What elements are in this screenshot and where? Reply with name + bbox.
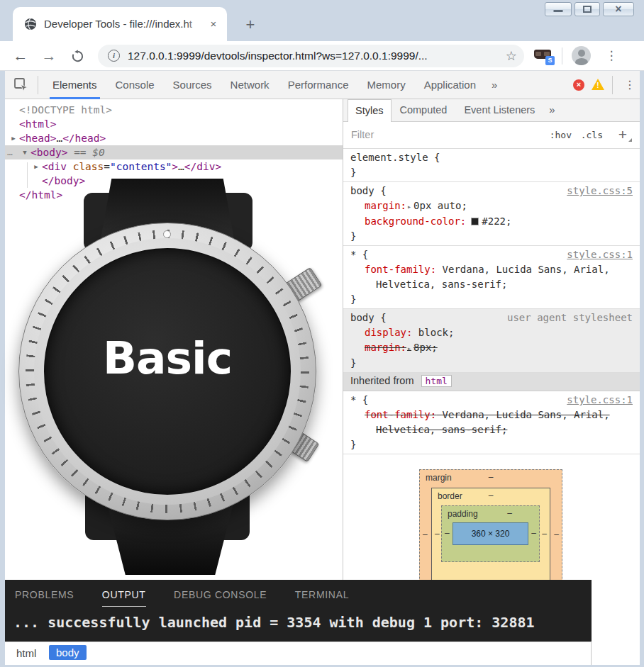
devtools-divider <box>38 76 38 94</box>
tree-row-head[interactable]: ▶<head>…</head> <box>5 131 343 145</box>
extension-badge: S <box>545 56 555 65</box>
new-style-rule-button[interactable]: + <box>618 126 627 143</box>
expand-property-icon[interactable]: ▸ <box>407 344 411 352</box>
rule-body-stylecss: style.css:5body { margin:▸0px auto; back… <box>343 182 640 246</box>
border-left-value[interactable]: – <box>435 529 440 539</box>
rule-close-brace: } <box>350 437 633 452</box>
property-value: block; <box>412 327 454 338</box>
watch-app-label: Basic <box>103 332 232 384</box>
bookmark-star-icon[interactable]: ☆ <box>506 45 517 67</box>
rule-close-brace: } <box>350 292 633 307</box>
minimize-button[interactable] <box>545 2 572 16</box>
div-open-tag: <div <box>42 161 67 172</box>
browser-tab[interactable]: Developer Tools - file:///index.ht × <box>13 7 227 41</box>
tab-performance[interactable]: Performance <box>279 71 358 99</box>
new-tab-button[interactable]: + <box>240 15 261 36</box>
extension-lens <box>535 52 541 56</box>
more-tabs-chevron[interactable]: » <box>485 71 504 99</box>
margin-right-value[interactable]: – <box>554 529 559 539</box>
css-property-background-color[interactable]: background-color:#222; <box>350 214 633 229</box>
rule-selector[interactable]: * { <box>350 394 368 405</box>
property-name: margin: <box>365 200 406 211</box>
tab-application[interactable]: Application <box>415 71 485 99</box>
tab-close-button[interactable]: × <box>206 16 221 32</box>
stylesheet-link[interactable]: style.css:1 <box>567 247 633 262</box>
div-close-tag: </div> <box>184 161 221 172</box>
reload-button[interactable] <box>65 45 89 67</box>
terminal-output-line: ... successfully launched pid = 3354 wit… <box>13 614 588 631</box>
error-badge[interactable]: × <box>573 79 584 91</box>
tab-styles[interactable]: Styles <box>348 99 392 122</box>
devtools-menu-button[interactable]: ⋮ <box>621 71 639 99</box>
stylesheet-link[interactable]: style.css:5 <box>567 184 633 198</box>
forward-button[interactable]: → <box>37 45 61 67</box>
equals-sign: = <box>104 161 110 172</box>
sidebar-more-chevron[interactable]: » <box>543 99 560 121</box>
inspect-element-icon[interactable] <box>13 77 29 93</box>
terminal-panel: PROBLEMS OUTPUT DEBUG CONSOLE TERMINAL .… <box>5 580 592 641</box>
breadcrumb-body-selected[interactable]: body <box>49 645 87 660</box>
profile-avatar[interactable] <box>572 46 591 65</box>
page-info-icon[interactable]: i <box>108 50 120 62</box>
tab-memory[interactable]: Memory <box>358 71 415 99</box>
tab-elements[interactable]: Elements <box>43 71 106 99</box>
tree-row-doctype[interactable]: <!DOCTYPE html> <box>5 103 343 117</box>
tab-event-listeners[interactable]: Event Listeners <box>455 99 543 121</box>
browser-menu-button[interactable]: ⋮ <box>602 45 621 67</box>
tab-terminal[interactable]: TERMINAL <box>295 589 349 600</box>
rule-selector[interactable]: body { <box>350 185 387 196</box>
close-button[interactable]: × <box>603 2 634 16</box>
tab-debug-console[interactable]: DEBUG CONSOLE <box>174 589 267 600</box>
css-property-display[interactable]: display: block; <box>350 325 633 340</box>
expand-property-icon[interactable]: ▸ <box>407 203 411 211</box>
padding-label: padding <box>448 509 478 519</box>
rule-selector[interactable]: element.style { <box>350 150 633 165</box>
css-property-margin-overridden[interactable]: margin:▸8px; <box>350 340 633 356</box>
rule-selector[interactable]: body { <box>350 312 387 323</box>
tab-sources[interactable]: Sources <box>164 71 221 99</box>
box-model-content: 360 × 320 <box>453 522 528 545</box>
tab-computed[interactable]: Computed <box>392 99 456 121</box>
padding-top-value[interactable]: – <box>480 508 539 518</box>
stylesheet-link[interactable]: style.css:1 <box>567 393 633 408</box>
tree-row-div-contents[interactable]: ▶<div class="contents">…</div> <box>5 159 343 174</box>
collapse-arrow-icon[interactable]: ▼ <box>19 145 30 159</box>
expand-arrow-icon[interactable]: ▶ <box>30 159 42 174</box>
padding-right-value[interactable]: – <box>531 528 536 538</box>
rule-close-brace: } <box>350 165 633 180</box>
border-right-value[interactable]: – <box>542 529 547 539</box>
class-attr-name: class <box>73 161 104 172</box>
breadcrumb-html[interactable]: html <box>16 642 36 665</box>
rule-selector[interactable]: * { <box>350 249 368 260</box>
css-property-font-family[interactable]: font-family: Verdana, Lucida Sans, Arial… <box>350 262 633 277</box>
color-swatch[interactable] <box>471 218 479 225</box>
hover-state-toggle[interactable]: :hov <box>550 130 572 140</box>
css-property-margin[interactable]: margin:▸0px auto; <box>350 198 633 214</box>
maximize-button[interactable] <box>574 2 600 16</box>
tree-row-html-open[interactable]: <html> <box>5 117 343 131</box>
margin-top-value[interactable]: – <box>420 472 562 482</box>
tree-row-body-selected[interactable]: … ▼<body> == $0 <box>5 145 343 159</box>
margin-left-value[interactable]: – <box>423 529 428 539</box>
tab-console[interactable]: Console <box>106 71 164 99</box>
filter-input[interactable]: Filter <box>351 129 374 140</box>
property-name: font-family: <box>365 264 436 275</box>
padding-left-value[interactable]: – <box>445 528 450 538</box>
tab-problems[interactable]: PROBLEMS <box>15 589 74 600</box>
expand-arrow-icon[interactable]: ▶ <box>8 131 19 145</box>
back-button[interactable]: ← <box>9 45 33 67</box>
address-bar[interactable]: i 127.0.0.1:9999/devtools/inspector.html… <box>98 45 524 67</box>
css-property-font-family-overridden[interactable]: font-family: Verdana, Lucida Sans, Arial… <box>350 408 633 422</box>
inherited-node-chip[interactable]: html <box>421 375 452 387</box>
class-toggle[interactable]: .cls <box>581 130 603 140</box>
hidden-elements-marker[interactable]: … <box>7 145 13 159</box>
avatar-person-icon <box>578 50 585 57</box>
extension-button[interactable]: S <box>533 47 553 65</box>
warning-badge[interactable]: ! <box>592 79 604 91</box>
border-top-value[interactable]: – <box>432 491 550 500</box>
rule-star-inherited: style.css:1* { font-family: Verdana, Luc… <box>343 391 640 454</box>
inherited-from-label: Inherited from <box>350 375 413 386</box>
tab-output[interactable]: OUTPUT <box>102 589 146 607</box>
tab-network[interactable]: Network <box>221 71 279 99</box>
url-text[interactable]: 127.0.0.1:9999/devtools/inspector.html?w… <box>128 45 496 67</box>
